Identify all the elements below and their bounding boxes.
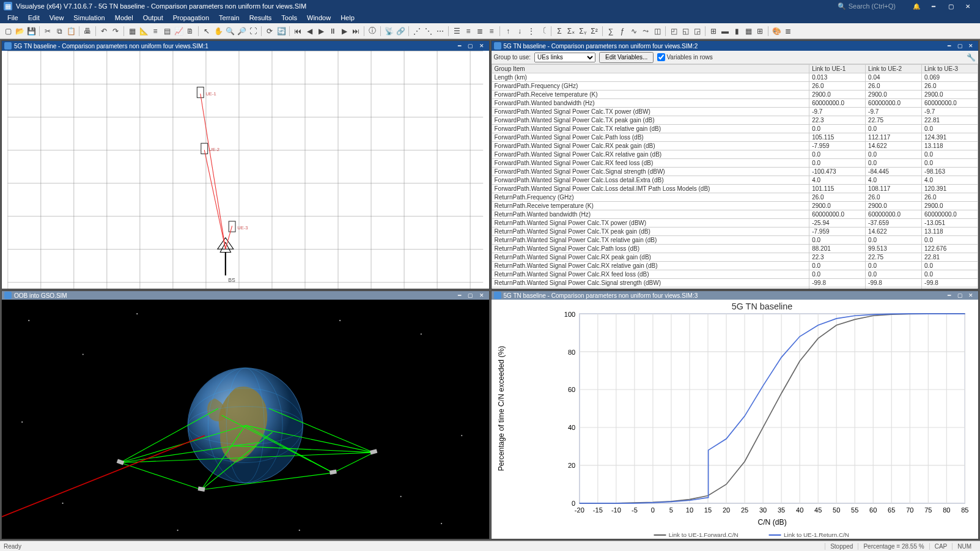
toolbar-tile-h-icon[interactable]: ▬	[720, 26, 731, 37]
pane-minimize[interactable]: ━	[944, 291, 954, 300]
edit-variables-button[interactable]: Edit Variables...	[599, 52, 654, 63]
toolbar-open-icon[interactable]: 📂	[14, 26, 25, 37]
toolbar-tile-v-icon[interactable]: ▮	[731, 26, 742, 37]
toolbar-curve-icon[interactable]: ∿	[628, 26, 639, 37]
toolbar-chart-icon[interactable]: 📈	[173, 26, 184, 37]
table-row[interactable]: ReturnPath.Wanted Signal Power Calc.Sign…	[492, 279, 978, 287]
pane-maximize[interactable]: ▢	[466, 42, 476, 50]
table-row[interactable]: ReturnPath.Wanted Signal Power Calc.TX p…	[492, 219, 978, 227]
toolbar-grid-icon[interactable]: ▦	[127, 26, 138, 37]
table-row[interactable]: ForwardPath.Wanted Signal Power Calc.RX …	[492, 159, 978, 168]
toolbar-ruler-icon[interactable]: 📐	[138, 26, 149, 37]
table-row[interactable]: ForwardPath.Wanted Signal Power Calc.Sig…	[492, 168, 978, 176]
table-header[interactable]: Link to UE-3	[922, 65, 978, 73]
globe-canvas[interactable]	[2, 300, 489, 539]
pane-close[interactable]: ✕	[966, 291, 976, 300]
vars-in-rows-checkbox[interactable]: Variables in rows	[657, 53, 712, 61]
pane-minimize[interactable]: ━	[944, 42, 954, 50]
toolbar-list-icon[interactable]: ≡	[150, 26, 161, 37]
pane-close[interactable]: ✕	[477, 291, 487, 300]
toolbar-mesh2-icon[interactable]: ⋱	[423, 26, 434, 37]
toolbar-align-r-icon[interactable]: ≡	[486, 26, 497, 37]
table-header[interactable]: Link to UE-1	[809, 65, 866, 73]
menu-output[interactable]: Output	[138, 14, 168, 21]
toolbar-bracket-icon[interactable]: 〔	[537, 26, 548, 37]
toolbar-refresh-icon[interactable]: 🔄	[276, 26, 287, 37]
table-row[interactable]: ForwardPath.Wanted Signal Power Calc.RX …	[492, 150, 978, 159]
toolbar-palette-icon[interactable]: 🎨	[771, 26, 782, 37]
toolbar-link-icon[interactable]: 🔗	[395, 26, 406, 37]
table-row[interactable]: ForwardPath.Receive temperature (K)2900.…	[492, 91, 978, 99]
toolbar-undo-icon[interactable]: ↶	[98, 26, 109, 37]
table-row[interactable]: ReturnPath.Wanted Signal Power Calc.Path…	[492, 245, 978, 253]
menu-window[interactable]: Window	[302, 14, 336, 21]
toolbar-antenna-icon[interactable]: 📡	[383, 26, 394, 37]
toolbar-sigma-xy-icon[interactable]: Σ²	[589, 26, 600, 37]
toolbar-win3-icon[interactable]: ◲	[691, 26, 702, 37]
table-row[interactable]: ReturnPath.Receive temperature (K)2900.0…	[492, 202, 978, 210]
toolbar-sigma-y-icon[interactable]: Σᵧ	[577, 26, 588, 37]
toolbar-mesh3-icon[interactable]: ⋯	[435, 26, 446, 37]
menu-model[interactable]: Model	[110, 14, 138, 21]
toolbar-sigma-icon[interactable]: Σ	[554, 26, 565, 37]
table-row[interactable]: Length (km)0.0130.040.069	[492, 73, 978, 82]
table-row[interactable]: ForwardPath.Wanted bandwidth (Hz)6000000…	[492, 99, 978, 108]
toolbar-up-icon[interactable]: ↑	[503, 26, 514, 37]
chart-canvas[interactable]: 5G TN baseline-20-15-10-5051015202530354…	[492, 300, 979, 539]
table-row[interactable]: ReturnPath.Frequency (GHz)26.026.026.0	[492, 193, 978, 202]
maximize-button[interactable]: ▢	[942, 0, 959, 12]
table-row[interactable]: ReturnPath.Wanted Signal Power Calc.TX r…	[492, 236, 978, 245]
toolbar-doc-icon[interactable]: 🗎	[185, 26, 196, 37]
toolbar-info-icon[interactable]: ⓘ	[367, 26, 378, 37]
menu-terrain[interactable]: Terrain	[214, 14, 245, 21]
minimize-button[interactable]: ━	[925, 0, 942, 12]
close-button[interactable]: ✕	[959, 0, 976, 12]
toolbar-align-l-icon[interactable]: ≡	[463, 26, 474, 37]
toolbar-sum-icon[interactable]: ∑	[605, 26, 616, 37]
toolbar-zoom-out-icon[interactable]: 🔎	[236, 26, 247, 37]
toolbar-list2-icon[interactable]: ☰	[451, 26, 462, 37]
toolbar-zoom-in-icon[interactable]: 🔍	[224, 26, 235, 37]
toolbar-paste-icon[interactable]: 📋	[65, 26, 76, 37]
toolbar-step-fwd-icon[interactable]: ▶	[339, 26, 350, 37]
group-select[interactable]: UEs links	[534, 53, 595, 62]
table-header[interactable]: Link to UE-2	[866, 65, 922, 73]
pane-close[interactable]: ✕	[966, 42, 976, 50]
toolbar-skip-back-icon[interactable]: ⏮	[292, 26, 303, 37]
table-header[interactable]: Group Item	[492, 65, 809, 73]
pane-maximize[interactable]: ▢	[955, 291, 965, 300]
toolbar-rotate-icon[interactable]: ⟳	[264, 26, 275, 37]
menu-propagation[interactable]: Propagation	[168, 14, 214, 21]
table-row[interactable]: ForwardPath.Frequency (GHz)26.026.026.0	[492, 82, 978, 91]
toolbar-dots-icon[interactable]: ⋮	[526, 26, 537, 37]
menu-results[interactable]: Results	[245, 14, 277, 21]
toolbar-skip-fwd-icon[interactable]: ⏭	[350, 26, 361, 37]
wrench-icon[interactable]: 🔧	[967, 53, 976, 62]
toolbar-hand-icon[interactable]: ✋	[213, 26, 224, 37]
toolbar-group-icon[interactable]: ⊞	[708, 26, 719, 37]
menu-tools[interactable]: Tools	[276, 14, 302, 21]
table-row[interactable]: ReturnPath.Wanted bandwidth (Hz)60000000…	[492, 210, 978, 219]
pane-minimize[interactable]: ━	[455, 291, 465, 300]
toolbar-table-icon[interactable]: ▤	[161, 26, 172, 37]
toolbar-copy-icon[interactable]: ⧉	[54, 26, 65, 37]
menu-file[interactable]: File	[2, 14, 23, 21]
toolbar-grid4-icon[interactable]: ⊞	[754, 26, 765, 37]
toolbar-fit-icon[interactable]: ⤳	[640, 26, 651, 37]
toolbar-layers-icon[interactable]: ≣	[783, 26, 794, 37]
table-row[interactable]: ForwardPath.Wanted Signal Power Calc.TX …	[492, 125, 978, 133]
table-row[interactable]: ReturnPath.Wanted Signal Power Calc.RX f…	[492, 270, 978, 279]
table-row[interactable]: ReturnPath.Wanted Signal Power Calc.RX p…	[492, 253, 978, 262]
toolbar-cursor-icon[interactable]: ↖	[201, 26, 212, 37]
toolbar-zoom-fit-icon[interactable]: ⛶	[248, 26, 259, 37]
vars-in-rows-input[interactable]	[657, 53, 665, 61]
toolbar-mesh1-icon[interactable]: ⋰	[411, 26, 422, 37]
table-row[interactable]: ForwardPath.Wanted Signal Power Calc.RX …	[492, 142, 978, 150]
table-row[interactable]: ReturnPath.Wanted Signal Power Calc.RX r…	[492, 262, 978, 270]
toolbar-new-icon[interactable]: ▢	[2, 26, 13, 37]
toolbar-redo-icon[interactable]: ↷	[110, 26, 121, 37]
pane-maximize[interactable]: ▢	[466, 291, 476, 300]
table-row[interactable]: ReturnPath.Wanted Signal Power Calc.Loss…	[492, 287, 978, 289]
menu-edit[interactable]: Edit	[23, 14, 45, 21]
toolbar-save-icon[interactable]: 💾	[26, 26, 37, 37]
